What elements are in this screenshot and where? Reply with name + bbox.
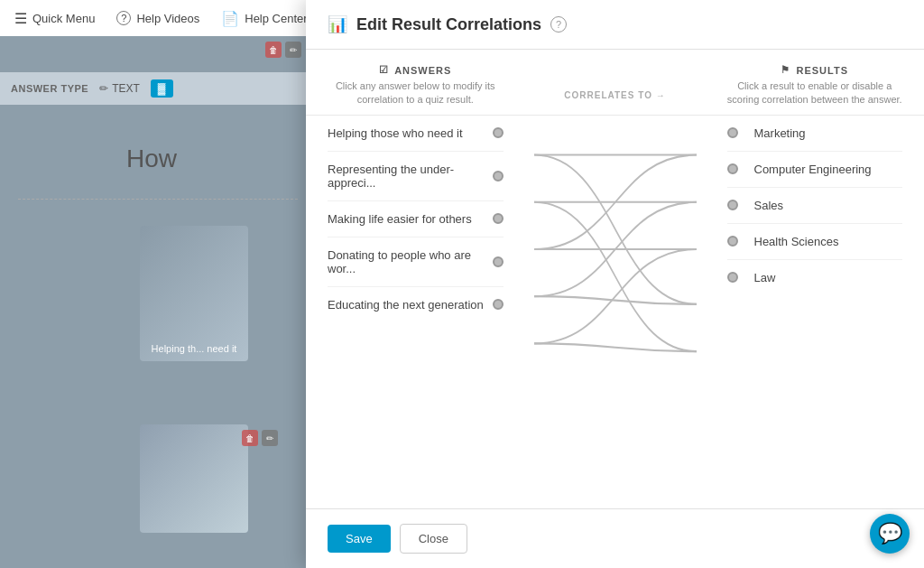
- answer-row-1[interactable]: Helping those who need it: [328, 116, 504, 152]
- modal-help-icon[interactable]: ?: [550, 16, 567, 33]
- close-button[interactable]: Close: [400, 524, 467, 554]
- answer-dot-2: [493, 171, 504, 182]
- result-dot-5: [727, 272, 738, 283]
- result-row-1[interactable]: Marketing: [727, 116, 903, 152]
- left-panel-background: ANSWER TYPE ✏ TEXT ▓ How Helping th... n…: [0, 36, 307, 568]
- correlations-area: Helping those who need it Representing t…: [306, 116, 924, 508]
- hamburger-icon: ☰: [14, 10, 27, 27]
- pencil-icon: ✏: [99, 82, 108, 95]
- help-center-button[interactable]: 📄 Help Center: [221, 10, 307, 27]
- chat-button[interactable]: 💬: [870, 514, 910, 554]
- results-column: Marketing Computer Engineering Sales Hea…: [706, 116, 925, 508]
- answer-text-1: Helping those who need it: [328, 126, 463, 140]
- result-text-5: Law: [754, 271, 776, 284]
- divider-line: [18, 199, 298, 200]
- answer-dot-1: [493, 127, 504, 138]
- results-flag-icon: ⚑: [781, 64, 790, 76]
- chat-icon: 💬: [878, 522, 902, 545]
- answers-title: ANSWERS: [394, 65, 451, 76]
- quick-menu-button[interactable]: ☰ Quick Menu: [14, 10, 95, 27]
- result-dot-1: [727, 127, 738, 138]
- modal-body: ☑ ANSWERS Click any answer below to modi…: [306, 50, 924, 508]
- card-1-icons: 🗑 ✏: [265, 42, 301, 58]
- answer-row-4[interactable]: Donating to people who are wor...: [328, 237, 504, 287]
- quick-menu-label: Quick Menu: [32, 12, 95, 25]
- delete-icon-2[interactable]: 🗑: [242, 430, 258, 446]
- result-row-2[interactable]: Computer Engineering: [727, 152, 903, 188]
- card-thumbnail-2: [140, 424, 248, 533]
- connections-area: [525, 116, 706, 508]
- answers-column: Helping those who need it Representing t…: [306, 116, 525, 508]
- result-dot-2: [727, 163, 738, 174]
- delete-icon[interactable]: 🗑: [265, 42, 282, 58]
- answers-column-header: ☑ ANSWERS Click any answer below to modi…: [306, 64, 525, 107]
- result-row-4[interactable]: Health Sciences: [727, 224, 903, 260]
- edit-correlations-modal: 📊 Edit Result Correlations ? ☑ ANSWERS C…: [306, 0, 924, 568]
- help-videos-button[interactable]: ? Help Videos: [116, 11, 199, 25]
- result-text-3: Sales: [754, 199, 784, 212]
- connections-svg: [525, 116, 706, 508]
- card-2-icons: 🗑 ✏: [242, 430, 278, 446]
- help-videos-label: Help Videos: [136, 12, 199, 25]
- answer-row-3[interactable]: Making life easier for others: [328, 201, 504, 237]
- correlates-to-label: CORRELATES TO →: [564, 76, 665, 100]
- active-type-tab[interactable]: ▓: [151, 79, 173, 98]
- answer-dot-4: [493, 256, 504, 267]
- result-row-3[interactable]: Sales: [727, 188, 903, 224]
- result-row-5[interactable]: Law: [727, 260, 903, 295]
- card-text-1: Helping th... need it: [146, 343, 243, 354]
- correlations-icon: 📊: [328, 14, 347, 34]
- columns-header: ☑ ANSWERS Click any answer below to modi…: [306, 50, 924, 116]
- result-dot-4: [727, 236, 738, 247]
- results-column-header: ⚑ RESULTS Click a result to enable or di…: [706, 64, 925, 107]
- question-text-preview: How: [126, 144, 177, 173]
- answer-text-5: Educating the next generation: [328, 298, 484, 312]
- answer-text-2: Representing the under-appreci...: [328, 163, 485, 190]
- answer-row-5[interactable]: Educating the next generation: [328, 287, 504, 322]
- modal-header: 📊 Edit Result Correlations ?: [306, 0, 924, 50]
- modal-title: Edit Result Correlations: [356, 15, 541, 34]
- answer-row-2[interactable]: Representing the under-appreci...: [328, 152, 504, 201]
- help-center-label: Help Center: [245, 12, 307, 25]
- edit-icon-2[interactable]: ✏: [262, 430, 278, 446]
- answer-dot-5: [493, 299, 504, 310]
- results-subtitle: Click a result to enable or disable a sc…: [727, 79, 903, 107]
- answers-subtitle: Click any answer below to modify its cor…: [328, 79, 504, 107]
- result-text-4: Health Sciences: [754, 235, 839, 248]
- edit-icon[interactable]: ✏: [285, 42, 301, 58]
- answer-type-label: ANSWER TYPE: [11, 83, 88, 94]
- result-text-2: Computer Engineering: [754, 163, 872, 176]
- question-circle-icon: ?: [116, 11, 131, 25]
- modal-footer: Save Close: [306, 508, 924, 568]
- text-button[interactable]: ✏ TEXT: [99, 82, 140, 95]
- card-thumbnail-1: Helping th... need it: [140, 226, 248, 361]
- answer-text-3: Making life easier for others: [328, 212, 472, 226]
- answer-text-4: Donating to people who are wor...: [328, 248, 485, 275]
- answer-dot-3: [493, 213, 504, 224]
- result-dot-3: [727, 200, 738, 210]
- results-title: RESULTS: [796, 65, 848, 76]
- answers-check-icon: ☑: [379, 64, 389, 76]
- document-icon: 📄: [221, 10, 239, 27]
- answer-type-bar: ANSWER TYPE ✏ TEXT ▓: [0, 72, 307, 105]
- result-text-1: Marketing: [754, 126, 806, 140]
- save-button[interactable]: Save: [328, 525, 391, 553]
